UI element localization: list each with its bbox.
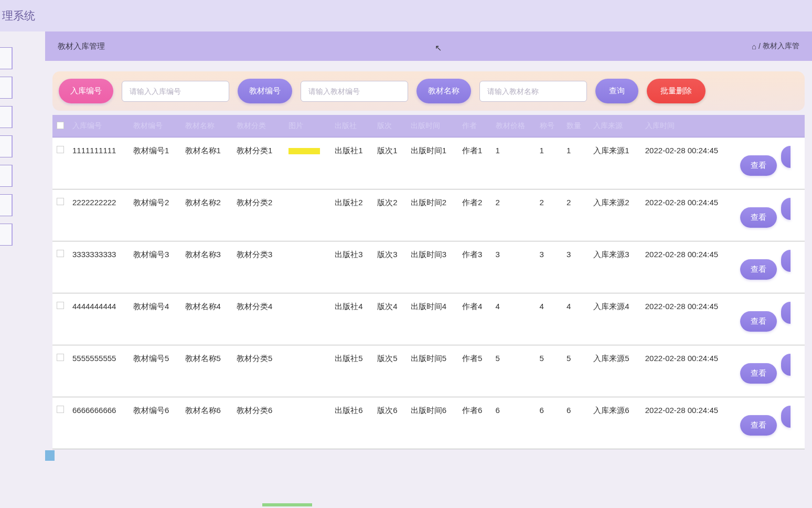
th-action bbox=[736, 115, 805, 137]
secondary-action-button[interactable] bbox=[781, 146, 790, 168]
cell-image bbox=[284, 293, 331, 345]
cell-textbook-name: 教材名称6 bbox=[181, 397, 232, 449]
sidebar-item-4[interactable] bbox=[0, 135, 13, 157]
cell-inbound-id: 2222222222 bbox=[68, 189, 129, 241]
sidebar-item-1[interactable] bbox=[0, 47, 13, 69]
cell-c1: 4 bbox=[492, 293, 536, 345]
row-checkbox[interactable] bbox=[57, 198, 64, 205]
cell-inbound-id: 6666666666 bbox=[68, 397, 129, 449]
cell-c3: 5 bbox=[562, 345, 589, 397]
secondary-action-button[interactable] bbox=[781, 250, 790, 272]
cell-action: 查看 bbox=[736, 189, 805, 241]
cell-edition: 版次5 bbox=[373, 345, 406, 397]
cell-checkbox bbox=[52, 345, 68, 397]
green-indicator bbox=[262, 503, 312, 506]
cell-time: 2022-02-28 00:24:45 bbox=[641, 293, 736, 345]
row-checkbox[interactable] bbox=[57, 250, 64, 257]
cell-time: 2022-02-28 00:24:45 bbox=[641, 189, 736, 241]
cell-textbook-id: 教材编号6 bbox=[129, 397, 180, 449]
cell-textbook-name: 教材名称2 bbox=[181, 189, 232, 241]
cell-publisher: 出版社3 bbox=[330, 241, 373, 293]
view-button[interactable]: 查看 bbox=[740, 155, 777, 176]
cell-c1: 5 bbox=[492, 345, 536, 397]
cell-textbook-name: 教材名称4 bbox=[181, 293, 232, 345]
view-button[interactable]: 查看 bbox=[740, 415, 777, 436]
secondary-action-button[interactable] bbox=[781, 354, 790, 376]
input-inbound-id[interactable] bbox=[122, 81, 229, 102]
sidebar-item-2[interactable] bbox=[0, 77, 13, 99]
cell-image bbox=[284, 241, 331, 293]
sidebar-item-5[interactable] bbox=[0, 165, 13, 187]
th-c3: 数量 bbox=[562, 115, 589, 137]
sidebar-item-3[interactable] bbox=[0, 106, 13, 128]
content-area: 教材入库管理 ⌂ / 教材入库管 入库编号 教材编号 教材名称 查询 批量删除 … bbox=[45, 31, 812, 508]
page-header: 教材入库管理 ⌂ / 教材入库管 bbox=[45, 31, 812, 61]
input-textbook-id[interactable] bbox=[301, 81, 408, 102]
cell-source: 入库来源3 bbox=[589, 241, 640, 293]
cell-category: 教材分类6 bbox=[232, 397, 284, 449]
table-header-row: 入库编号 教材编号 教材名称 教材分类 图片 出版社 版次 出版时间 作者 教材… bbox=[52, 115, 805, 137]
cell-source: 入库来源4 bbox=[589, 293, 640, 345]
cell-c2: 2 bbox=[536, 189, 562, 241]
breadcrumb-current[interactable]: 教材入库管 bbox=[763, 41, 799, 51]
cell-author: 作者4 bbox=[458, 293, 491, 345]
cell-textbook-name: 教材名称1 bbox=[181, 137, 232, 189]
table-row: 6666666666教材编号6教材名称6教材分类6出版社6版次6出版时间6作者6… bbox=[52, 397, 805, 449]
cell-textbook-name: 教材名称5 bbox=[181, 345, 232, 397]
view-button[interactable]: 查看 bbox=[740, 311, 777, 332]
row-checkbox[interactable] bbox=[57, 354, 64, 361]
query-button[interactable]: 查询 bbox=[595, 79, 638, 103]
home-icon[interactable]: ⌂ bbox=[752, 42, 756, 51]
cell-publisher: 出版社2 bbox=[330, 189, 373, 241]
cell-c2: 3 bbox=[536, 241, 562, 293]
cell-c3: 2 bbox=[562, 189, 589, 241]
cell-image bbox=[284, 397, 331, 449]
cell-pubtime: 出版时间5 bbox=[407, 345, 458, 397]
cell-textbook-id: 教材编号2 bbox=[129, 189, 180, 241]
th-c1: 教材价格 bbox=[492, 115, 536, 137]
cell-inbound-id: 1111111111 bbox=[68, 137, 129, 189]
cell-publisher: 出版社6 bbox=[330, 397, 373, 449]
breadcrumb: ⌂ / 教材入库管 bbox=[752, 41, 799, 51]
cell-inbound-id: 4444444444 bbox=[68, 293, 129, 345]
secondary-action-button[interactable] bbox=[781, 406, 790, 428]
cell-source: 入库来源2 bbox=[589, 189, 640, 241]
view-button[interactable]: 查看 bbox=[740, 259, 777, 280]
cell-publisher: 出版社1 bbox=[330, 137, 373, 189]
cell-author: 作者3 bbox=[458, 241, 491, 293]
sidebar-item-6[interactable] bbox=[0, 194, 13, 216]
row-checkbox[interactable] bbox=[57, 146, 64, 153]
th-image: 图片 bbox=[284, 115, 331, 137]
cell-c1: 1 bbox=[492, 137, 536, 189]
image-thumb[interactable] bbox=[289, 148, 320, 154]
row-checkbox[interactable] bbox=[57, 302, 64, 309]
cell-textbook-id: 教材编号5 bbox=[129, 345, 180, 397]
cell-author: 作者6 bbox=[458, 397, 491, 449]
cell-time: 2022-02-28 00:24:45 bbox=[641, 241, 736, 293]
cell-category: 教材分类1 bbox=[232, 137, 284, 189]
secondary-action-button[interactable] bbox=[781, 198, 790, 220]
row-checkbox[interactable] bbox=[57, 406, 64, 413]
label-textbook-id: 教材编号 bbox=[238, 79, 292, 103]
th-edition: 版次 bbox=[373, 115, 406, 137]
secondary-action-button[interactable] bbox=[781, 302, 790, 324]
select-all-checkbox[interactable] bbox=[57, 122, 64, 129]
cell-textbook-id: 教材编号4 bbox=[129, 293, 180, 345]
th-source: 入库来源 bbox=[589, 115, 640, 137]
sidebar-item-7[interactable] bbox=[0, 224, 13, 246]
view-button[interactable]: 查看 bbox=[740, 363, 777, 384]
cell-category: 教材分类3 bbox=[232, 241, 284, 293]
input-textbook-name[interactable] bbox=[479, 81, 587, 102]
view-button[interactable]: 查看 bbox=[740, 207, 777, 228]
cell-inbound-id: 3333333333 bbox=[68, 241, 129, 293]
cell-c1: 2 bbox=[492, 189, 536, 241]
table-row: 4444444444教材编号4教材名称4教材分类4出版社4版次4出版时间4作者4… bbox=[52, 293, 805, 345]
cell-c1: 6 bbox=[492, 397, 536, 449]
cell-category: 教材分类4 bbox=[232, 293, 284, 345]
batch-delete-button[interactable]: 批量删除 bbox=[647, 79, 706, 103]
th-category: 教材分类 bbox=[232, 115, 284, 137]
cell-action: 查看 bbox=[736, 397, 805, 449]
cell-textbook-name: 教材名称3 bbox=[181, 241, 232, 293]
app-title: 理系统 bbox=[2, 8, 35, 23]
cell-category: 教材分类2 bbox=[232, 189, 284, 241]
